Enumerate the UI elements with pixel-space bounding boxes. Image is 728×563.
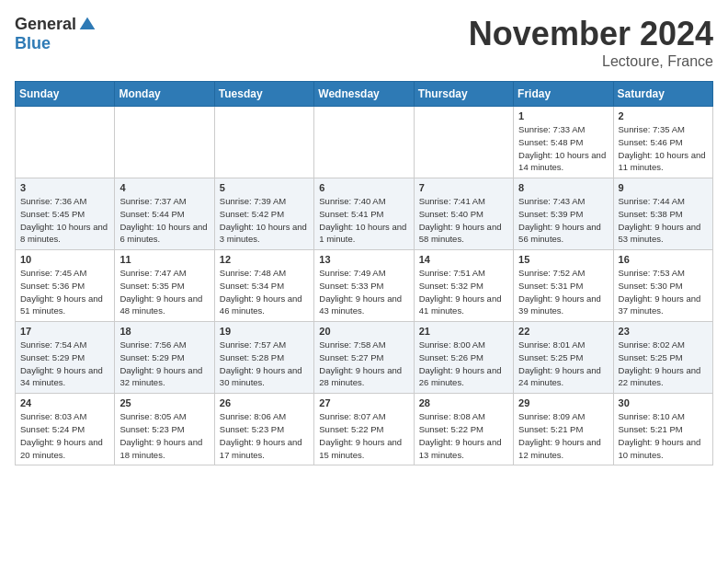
day-number: 23: [619, 326, 708, 337]
day-info: Sunrise: 8:03 AM Sunset: 5:24 PM Dayligh…: [20, 410, 109, 461]
calendar-day-21: 21Sunrise: 8:00 AM Sunset: 5:26 PM Dayli…: [414, 322, 513, 394]
weekday-header-sunday: Sunday: [16, 82, 115, 107]
day-number: 10: [20, 254, 109, 265]
calendar-table: SundayMondayTuesdayWednesdayThursdayFrid…: [15, 81, 713, 465]
calendar-day-25: 25Sunrise: 8:05 AM Sunset: 5:23 PM Dayli…: [115, 394, 214, 465]
logo-general-text: General: [15, 15, 76, 34]
calendar-day-9: 9Sunrise: 7:44 AM Sunset: 5:38 PM Daylig…: [613, 178, 712, 250]
day-number: 6: [319, 182, 408, 193]
day-number: 12: [220, 254, 309, 265]
calendar-day-26: 26Sunrise: 8:06 AM Sunset: 5:23 PM Dayli…: [214, 394, 313, 465]
day-info: Sunrise: 7:49 AM Sunset: 5:33 PM Dayligh…: [319, 267, 408, 317]
calendar-week-row: 10Sunrise: 7:45 AM Sunset: 5:36 PM Dayli…: [16, 250, 713, 322]
calendar-week-row: 3Sunrise: 7:36 AM Sunset: 5:45 PM Daylig…: [16, 178, 713, 250]
svg-marker-0: [80, 17, 96, 29]
day-info: Sunrise: 8:07 AM Sunset: 5:22 PM Dayligh…: [319, 410, 408, 461]
calendar-day-15: 15Sunrise: 7:52 AM Sunset: 5:31 PM Dayli…: [514, 250, 613, 322]
calendar-day-24: 24Sunrise: 8:03 AM Sunset: 5:24 PM Dayli…: [16, 394, 115, 465]
day-number: 30: [619, 397, 708, 408]
calendar-day-5: 5Sunrise: 7:39 AM Sunset: 5:42 PM Daylig…: [214, 178, 313, 250]
calendar-day-11: 11Sunrise: 7:47 AM Sunset: 5:35 PM Dayli…: [115, 250, 214, 322]
calendar-week-row: 24Sunrise: 8:03 AM Sunset: 5:24 PM Dayli…: [16, 394, 713, 465]
day-number: 9: [619, 182, 708, 193]
day-number: 5: [220, 182, 309, 193]
day-number: 15: [518, 254, 608, 265]
calendar-empty-cell: [414, 107, 513, 178]
day-number: 25: [119, 397, 209, 408]
day-info: Sunrise: 7:44 AM Sunset: 5:38 PM Dayligh…: [619, 195, 708, 246]
day-number: 18: [119, 326, 209, 337]
day-number: 29: [518, 397, 608, 408]
day-number: 20: [319, 326, 408, 337]
calendar-day-6: 6Sunrise: 7:40 AM Sunset: 5:41 PM Daylig…: [314, 178, 414, 250]
day-number: 2: [619, 110, 708, 121]
day-number: 19: [220, 326, 309, 337]
day-info: Sunrise: 7:58 AM Sunset: 5:27 PM Dayligh…: [319, 339, 408, 389]
day-info: Sunrise: 7:45 AM Sunset: 5:36 PM Dayligh…: [20, 267, 109, 317]
weekday-header-wednesday: Wednesday: [314, 82, 414, 107]
day-info: Sunrise: 7:43 AM Sunset: 5:39 PM Dayligh…: [518, 195, 608, 246]
calendar-empty-cell: [214, 107, 313, 178]
day-info: Sunrise: 8:02 AM Sunset: 5:25 PM Dayligh…: [619, 339, 708, 389]
day-info: Sunrise: 8:09 AM Sunset: 5:21 PM Dayligh…: [518, 410, 608, 461]
day-number: 3: [20, 182, 109, 193]
weekday-header-row: SundayMondayTuesdayWednesdayThursdayFrid…: [16, 82, 713, 107]
calendar-day-18: 18Sunrise: 7:56 AM Sunset: 5:29 PM Dayli…: [115, 322, 214, 394]
day-number: 8: [518, 182, 608, 193]
location: Lectoure, France: [469, 53, 713, 70]
calendar-day-4: 4Sunrise: 7:37 AM Sunset: 5:44 PM Daylig…: [115, 178, 214, 250]
calendar-day-14: 14Sunrise: 7:51 AM Sunset: 5:32 PM Dayli…: [414, 250, 513, 322]
day-number: 28: [419, 397, 508, 408]
calendar-day-23: 23Sunrise: 8:02 AM Sunset: 5:25 PM Dayli…: [613, 322, 712, 394]
calendar-day-28: 28Sunrise: 8:08 AM Sunset: 5:22 PM Dayli…: [414, 394, 513, 465]
day-info: Sunrise: 8:08 AM Sunset: 5:22 PM Dayligh…: [419, 410, 508, 461]
day-number: 14: [419, 254, 508, 265]
calendar-day-17: 17Sunrise: 7:54 AM Sunset: 5:29 PM Dayli…: [16, 322, 115, 394]
calendar-empty-cell: [314, 107, 414, 178]
day-number: 24: [20, 397, 109, 408]
logo-icon: [78, 16, 97, 34]
day-info: Sunrise: 8:10 AM Sunset: 5:21 PM Dayligh…: [619, 410, 708, 461]
calendar-empty-cell: [16, 107, 115, 178]
day-info: Sunrise: 7:39 AM Sunset: 5:42 PM Dayligh…: [220, 195, 309, 246]
day-number: 26: [220, 397, 309, 408]
day-info: Sunrise: 7:54 AM Sunset: 5:29 PM Dayligh…: [20, 339, 109, 389]
calendar-day-7: 7Sunrise: 7:41 AM Sunset: 5:40 PM Daylig…: [414, 178, 513, 250]
calendar-week-row: 1Sunrise: 7:33 AM Sunset: 5:48 PM Daylig…: [16, 107, 713, 178]
calendar-empty-cell: [115, 107, 214, 178]
weekday-header-monday: Monday: [115, 82, 214, 107]
weekday-header-friday: Friday: [514, 82, 613, 107]
calendar-day-29: 29Sunrise: 8:09 AM Sunset: 5:21 PM Dayli…: [514, 394, 613, 465]
day-number: 16: [619, 254, 708, 265]
calendar-day-10: 10Sunrise: 7:45 AM Sunset: 5:36 PM Dayli…: [16, 250, 115, 322]
month-title: November 2024: [469, 15, 713, 53]
day-info: Sunrise: 7:51 AM Sunset: 5:32 PM Dayligh…: [419, 267, 508, 317]
day-info: Sunrise: 7:53 AM Sunset: 5:30 PM Dayligh…: [619, 267, 708, 317]
calendar-day-13: 13Sunrise: 7:49 AM Sunset: 5:33 PM Dayli…: [314, 250, 414, 322]
day-number: 11: [119, 254, 209, 265]
day-info: Sunrise: 7:47 AM Sunset: 5:35 PM Dayligh…: [119, 267, 209, 317]
calendar-day-2: 2Sunrise: 7:35 AM Sunset: 5:46 PM Daylig…: [613, 107, 712, 178]
calendar-day-19: 19Sunrise: 7:57 AM Sunset: 5:28 PM Dayli…: [214, 322, 313, 394]
logo-blue-text: Blue: [15, 34, 51, 52]
day-info: Sunrise: 8:01 AM Sunset: 5:25 PM Dayligh…: [518, 339, 608, 389]
calendar-day-1: 1Sunrise: 7:33 AM Sunset: 5:48 PM Daylig…: [514, 107, 613, 178]
page-header: General Blue November 2024 Lectoure, Fra…: [15, 15, 713, 70]
calendar-day-20: 20Sunrise: 7:58 AM Sunset: 5:27 PM Dayli…: [314, 322, 414, 394]
day-info: Sunrise: 8:00 AM Sunset: 5:26 PM Dayligh…: [419, 339, 508, 389]
day-number: 22: [518, 326, 608, 337]
weekday-header-saturday: Saturday: [613, 82, 712, 107]
weekday-header-tuesday: Tuesday: [214, 82, 313, 107]
day-info: Sunrise: 8:05 AM Sunset: 5:23 PM Dayligh…: [119, 410, 209, 461]
calendar-day-27: 27Sunrise: 8:07 AM Sunset: 5:22 PM Dayli…: [314, 394, 414, 465]
day-info: Sunrise: 7:33 AM Sunset: 5:48 PM Dayligh…: [518, 123, 608, 174]
day-info: Sunrise: 7:52 AM Sunset: 5:31 PM Dayligh…: [518, 267, 608, 317]
logo: General Blue: [15, 15, 97, 53]
day-info: Sunrise: 7:48 AM Sunset: 5:34 PM Dayligh…: [220, 267, 309, 317]
calendar-day-8: 8Sunrise: 7:43 AM Sunset: 5:39 PM Daylig…: [514, 178, 613, 250]
day-info: Sunrise: 7:57 AM Sunset: 5:28 PM Dayligh…: [220, 339, 309, 389]
day-number: 17: [20, 326, 109, 337]
day-number: 4: [119, 182, 209, 193]
calendar-day-22: 22Sunrise: 8:01 AM Sunset: 5:25 PM Dayli…: [514, 322, 613, 394]
day-info: Sunrise: 7:40 AM Sunset: 5:41 PM Dayligh…: [319, 195, 408, 246]
